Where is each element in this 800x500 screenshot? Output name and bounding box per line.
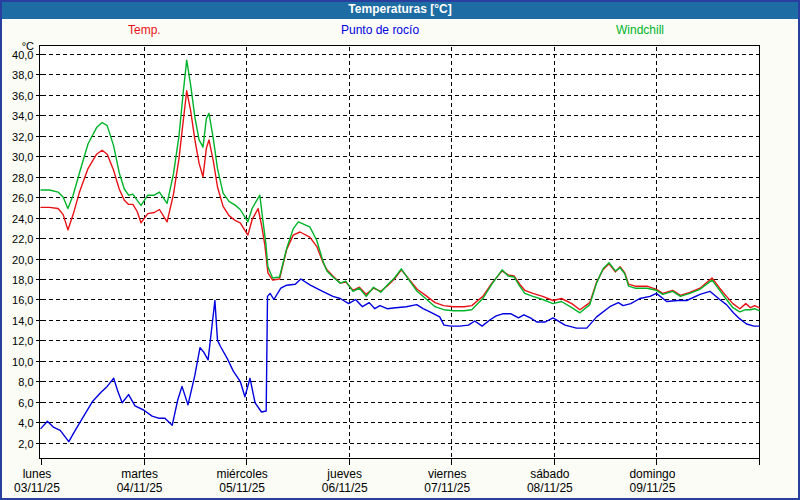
y-tick-label: 22,0 <box>12 233 33 245</box>
y-tick-label: 38,0 <box>12 69 33 81</box>
y-tick-label: 30,0 <box>12 151 33 163</box>
x-date-label: 06/11/25 <box>322 481 368 495</box>
x-date-label: 03/11/25 <box>14 481 60 495</box>
x-date-label: 08/11/25 <box>527 481 573 495</box>
legend-item-windchill: Windchill <box>616 23 664 37</box>
y-tick-label: 6,0 <box>18 397 33 409</box>
plot-area <box>40 46 760 459</box>
x-day-label: martes <box>121 467 158 481</box>
x-date-label: 04/11/25 <box>117 481 163 495</box>
y-tick-label: 8,0 <box>18 376 33 388</box>
legend-item-punto-de-rocio: Punto de rocío <box>341 23 419 37</box>
y-tick-label: 24,0 <box>12 213 33 225</box>
x-day-label: lunes <box>23 467 52 481</box>
y-tick-label: 20,0 <box>12 254 33 266</box>
y-tick-label: 10,0 <box>12 356 33 368</box>
temperature-chart: °C2,04,06,08,010,012,014,016,018,020,022… <box>0 0 800 500</box>
x-day-label: domingo <box>629 467 675 481</box>
chart-legend: Temp. Punto de rocío Windchill <box>0 23 800 38</box>
y-tick-label: 26,0 <box>12 192 33 204</box>
y-tick-label: 4,0 <box>18 417 33 429</box>
x-day-label: sábado <box>530 467 570 481</box>
x-date-label: 05/11/25 <box>219 481 265 495</box>
x-day-label: jueves <box>326 467 362 481</box>
y-tick-label: 36,0 <box>12 90 33 102</box>
x-date-label: 07/11/25 <box>424 481 470 495</box>
y-tick-label: 18,0 <box>12 274 33 286</box>
y-tick-label: 34,0 <box>12 110 33 122</box>
y-tick-label: 14,0 <box>12 315 33 327</box>
x-day-label: miércoles <box>216 467 267 481</box>
y-tick-label: 32,0 <box>12 131 33 143</box>
y-tick-label: 16,0 <box>12 294 33 306</box>
app-window: Temperaturas [°C] Temp. Punto de rocío W… <box>0 0 800 500</box>
window-title-bar: Temperaturas [°C] <box>0 0 800 19</box>
window-title: Temperaturas [°C] <box>348 2 451 16</box>
y-tick-label: 40,0 <box>12 49 33 61</box>
y-tick-label: 12,0 <box>12 335 33 347</box>
x-date-label: 09/11/25 <box>630 481 676 495</box>
legend-item-temp: Temp. <box>128 23 161 37</box>
y-tick-label: 28,0 <box>12 172 33 184</box>
y-tick-label: 2,0 <box>18 438 33 450</box>
x-day-label: viernes <box>428 467 467 481</box>
